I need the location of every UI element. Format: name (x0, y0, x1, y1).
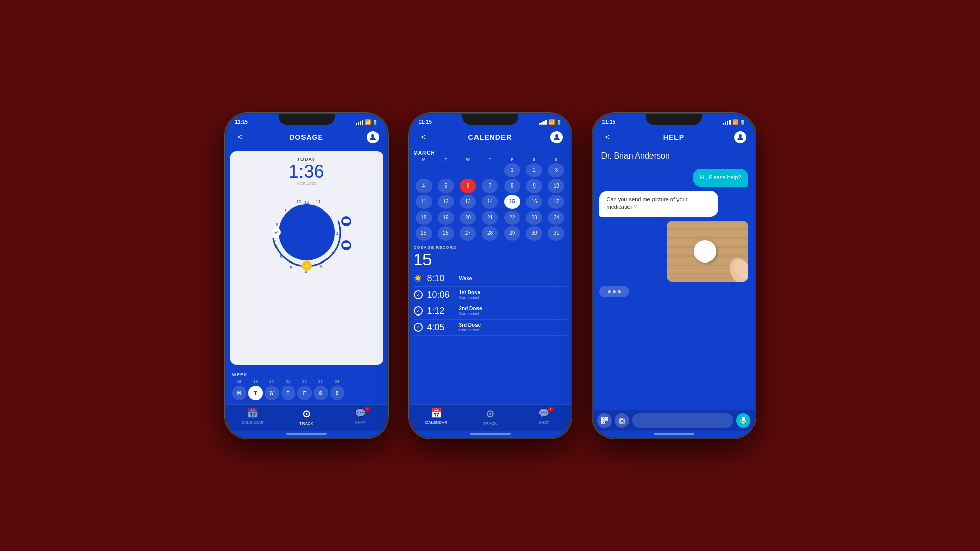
dose-entry-wake: ☀️ 8:10 Wake (414, 271, 567, 287)
nav-track-1[interactable]: ⊙ TRACK (293, 408, 319, 426)
cal-grid: 1 2 3 4 5 6 7 8 9 10 11 12 13 14 15 16 1… (414, 163, 567, 241)
help-content: Dr. Brian Anderson Hi, Please help? Can … (593, 147, 755, 410)
cal-day-23[interactable]: 23 (526, 211, 542, 225)
day-T2[interactable]: T (281, 386, 295, 400)
cal-day-17[interactable]: 17 (548, 195, 564, 209)
cal-day-25[interactable]: 25 (416, 226, 432, 241)
dose3-label: 3rd Dose (459, 322, 481, 328)
nav-calendar-1[interactable]: 📅 CALENDAR (240, 408, 265, 426)
battery-icon-3: 🔋 (740, 120, 745, 125)
signal-icon-2 (539, 120, 547, 125)
cal-day-8[interactable]: 8 (504, 179, 520, 193)
dosage-record-num: 15 (414, 251, 567, 269)
chat-text-input[interactable] (632, 413, 733, 428)
dose1-label-wrap: 1st Dose Completed (459, 290, 481, 300)
home-bar-2 (470, 433, 511, 435)
svg-rect-27 (667, 228, 748, 230)
cal-day-4[interactable]: 4 (416, 179, 432, 193)
back-button-2[interactable]: < (418, 133, 430, 142)
nav-calendar-2[interactable]: 📅 CALENDAR (423, 408, 449, 426)
cal-day-27[interactable]: 27 (460, 226, 476, 241)
dose1-sublabel: Completed (459, 295, 481, 300)
qr-button[interactable] (597, 413, 612, 428)
cal-day-empty (460, 163, 476, 177)
cal-day-2[interactable]: 2 (526, 163, 542, 177)
cal-day-22[interactable]: 22 (504, 211, 520, 225)
cal-day-16[interactable]: 16 (526, 195, 542, 209)
wifi-icon: 📶 (365, 119, 371, 125)
battery-icon-2: 🔋 (556, 120, 562, 125)
svg-text:☀: ☀ (304, 263, 309, 269)
week-section: WEEK 18 19 20 21 22 23 24 M T W T F S (226, 369, 387, 404)
cal-day-15-today[interactable]: 15 (504, 195, 520, 209)
cal-day-1[interactable]: 1 (504, 163, 520, 177)
avatar-3[interactable] (734, 131, 746, 143)
typing-dot-2 (613, 290, 616, 293)
svg-rect-29 (667, 237, 748, 239)
cal-day-7[interactable]: 7 (482, 179, 498, 193)
clock-card: TODAY 1:36 Next Dose 12 1 2 (230, 151, 383, 365)
home-bar-3 (654, 433, 694, 435)
day-M[interactable]: M (232, 386, 246, 400)
cal-day-14[interactable]: 14 (482, 195, 498, 209)
cal-day-13[interactable]: 13 (460, 195, 476, 209)
cal-day-19[interactable]: 19 (438, 211, 454, 225)
signal-icon-3 (723, 120, 731, 125)
nav-chat-1[interactable]: 1 💬 CHAT (347, 408, 373, 426)
svg-rect-25 (667, 221, 748, 222)
typing-indicator (599, 286, 629, 297)
status-time-1: 11:15 (235, 119, 248, 125)
cal-day-5[interactable]: 5 (438, 179, 454, 193)
svg-rect-53 (742, 417, 745, 421)
wifi-icon-2: 📶 (548, 119, 555, 125)
nav-track-2[interactable]: ⊙ TRACK (477, 408, 502, 426)
back-button-1[interactable]: < (234, 133, 246, 142)
cal-day-11[interactable]: 11 (416, 195, 432, 209)
avatar-1[interactable] (367, 131, 379, 143)
chat-nav-icon: 💬 (355, 408, 366, 419)
cal-day-30[interactable]: 30 (526, 226, 542, 241)
dose-entries: ☀️ 8:10 Wake ✓ 10:06 1st Dose Completed … (414, 271, 567, 404)
day-W[interactable]: W (265, 386, 279, 400)
wake-label-wrap: Wake (459, 276, 472, 281)
svg-rect-45 (602, 418, 603, 419)
next-dose-label: Next Dose (297, 181, 316, 186)
track-nav-icon: ⊙ (302, 408, 311, 420)
cal-day-28[interactable]: 28 (482, 226, 498, 241)
day-S2[interactable]: S (330, 386, 344, 400)
calendar-nav-icon-2: 📅 (431, 408, 442, 419)
cal-day-31[interactable]: 31 (548, 226, 564, 241)
cal-day-10[interactable]: 10 (548, 179, 564, 193)
cal-day-6[interactable]: 6 (460, 179, 476, 193)
day-F[interactable]: F (297, 386, 312, 400)
nav-calendar-label-2: CALENDAR (425, 420, 447, 425)
typing-dot-3 (618, 290, 621, 293)
camera-button[interactable] (615, 413, 629, 428)
dose3-label-wrap: 3rd Dose Completed (459, 322, 481, 332)
battery-icon: 🔋 (372, 120, 378, 125)
cal-day-9[interactable]: 9 (526, 179, 542, 193)
cal-day-21[interactable]: 21 (482, 211, 498, 225)
cal-day-3[interactable]: 3 (548, 163, 564, 177)
dose1-label: 1st Dose (459, 290, 481, 295)
avatar-2[interactable] (550, 131, 563, 143)
cal-day-18[interactable]: 18 (416, 211, 432, 225)
phone-help: 11:15 📶 🔋 < HELP Dr. Brian Anderson (592, 113, 756, 439)
header-title-2: CALENDER (468, 133, 512, 141)
day-S[interactable]: S (314, 386, 328, 400)
cal-day-12[interactable]: 12 (438, 195, 454, 209)
day-T[interactable]: T (248, 386, 263, 400)
dose3-time: 4:05 (427, 322, 455, 333)
cal-day-20[interactable]: 20 (460, 211, 476, 225)
cal-day-24[interactable]: 24 (548, 211, 564, 225)
svg-text:✓: ✓ (274, 230, 278, 235)
nav-chat-2[interactable]: 1 💬 CHAT (531, 408, 557, 426)
cal-day-26[interactable]: 26 (438, 226, 454, 241)
back-button-3[interactable]: < (601, 133, 614, 142)
mic-button[interactable] (736, 413, 750, 428)
svg-point-52 (620, 419, 623, 423)
cal-day-29[interactable]: 29 (504, 226, 520, 241)
track-nav-icon-2: ⊙ (486, 408, 494, 420)
bottom-nav-2: 📅 CALENDAR ⊙ TRACK 1 💬 CHAT (410, 404, 571, 431)
sent-text: Hi, Please help? (700, 174, 741, 180)
